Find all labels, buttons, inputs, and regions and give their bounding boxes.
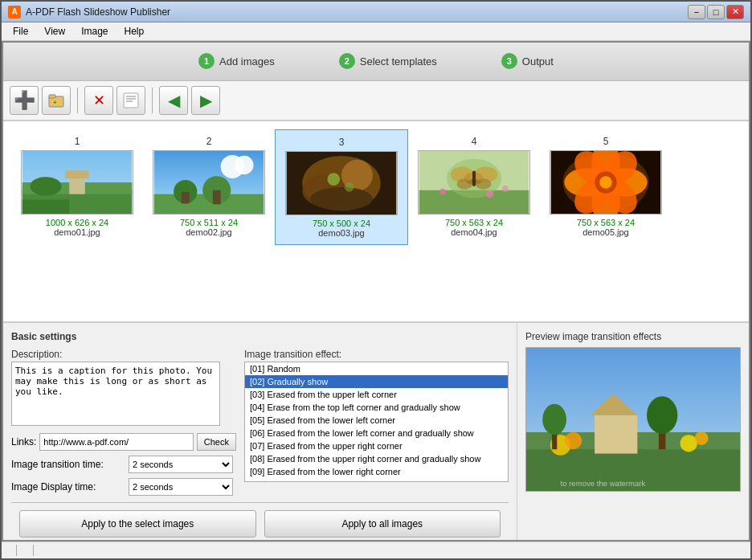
svg-point-61 — [695, 431, 709, 445]
step-2-circle: 2 — [339, 53, 355, 69]
step-2-label: Select templates — [360, 55, 437, 67]
transition-item-06[interactable]: [06] Erased from the lower left corner a… — [245, 427, 508, 439]
image-num-1: 1 — [75, 136, 80, 147]
svg-point-65 — [542, 404, 566, 435]
image-name-3: demo03.jpg — [318, 228, 365, 238]
add-image-button[interactable]: ➕ — [10, 86, 39, 115]
settings-title: Basic settings — [11, 331, 509, 342]
settings-panel: Basic settings Description: This is a ca… — [3, 323, 517, 540]
image-num-2: 2 — [206, 136, 212, 147]
preview-title: Preview image transition effects — [525, 331, 741, 342]
svg-text:to remove the watermark: to remove the watermark — [561, 479, 646, 488]
svg-rect-3 — [124, 93, 138, 108]
step-3-label: Output — [522, 55, 554, 67]
image-name-2: demo02.jpg — [186, 227, 232, 237]
links-row: Links: Check — [11, 433, 236, 451]
toolbar-sep-1 — [77, 88, 78, 113]
status-sep-2 — [33, 545, 34, 556]
preview-image: to remove the watermark — [525, 347, 741, 492]
menu-file[interactable]: File — [5, 24, 36, 39]
main-window: A A-PDF Flash Slideshow Publisher − □ ✕ … — [0, 0, 752, 560]
transition-item-07[interactable]: [07] Erased from the upper right corner — [245, 439, 508, 452]
step-1[interactable]: 1 Add images — [198, 53, 275, 69]
image-slot-3[interactable]: 3 750 x 500 x 24 demo03.jpg — [275, 129, 408, 245]
step-3[interactable]: 3 Output — [501, 53, 554, 69]
display-time-select[interactable]: 2 seconds 3 seconds 4 seconds 5 seconds — [129, 478, 233, 496]
step-1-label: Add images — [219, 55, 275, 67]
maximize-button[interactable]: □ — [707, 5, 725, 19]
close-button[interactable]: ✕ — [726, 5, 744, 19]
image-num-4: 4 — [472, 136, 477, 147]
transition-list[interactable]: [01] Random[02] Gradually show[03] Erase… — [245, 362, 508, 481]
image-name-4: demo04.jpg — [451, 227, 497, 237]
description-label: Description: — [11, 349, 236, 360]
display-time-row: Image Display time: 2 seconds 3 seconds … — [11, 478, 236, 496]
links-input[interactable] — [39, 433, 193, 451]
menu-help[interactable]: Help — [116, 24, 153, 39]
image-slot-2[interactable]: 2 750 x 511 x 24 demo02.jpg — [143, 129, 275, 243]
apply-all-button[interactable]: Apply to all images — [264, 510, 501, 538]
transition-time-select[interactable]: 2 seconds 3 seconds 4 seconds 5 seconds — [129, 456, 233, 473]
transition-time-label: Image transition time: — [11, 459, 124, 470]
image-info-2: 750 x 511 x 24 — [180, 218, 238, 227]
transition-label: Image transition effect: — [244, 349, 509, 360]
svg-rect-13 — [22, 199, 70, 214]
check-button[interactable]: Check — [197, 433, 236, 451]
svg-rect-21 — [213, 190, 221, 204]
move-left-button[interactable]: ◀ — [159, 86, 188, 115]
transition-item-09[interactable]: [09] Erased from the lower right corner — [245, 465, 508, 478]
menu-image[interactable]: Image — [73, 24, 116, 39]
transition-item-04[interactable]: [04] Erase from the top left corner and … — [245, 401, 508, 414]
remove-button[interactable]: ✕ — [84, 86, 113, 115]
image-name-1: demo01.jpg — [54, 227, 100, 237]
svg-rect-1 — [49, 95, 55, 98]
edit-button[interactable] — [116, 86, 145, 115]
move-right-button[interactable]: ▶ — [191, 86, 220, 115]
apply-selected-button[interactable]: Apply to the select images — [19, 510, 256, 538]
transition-item-01[interactable]: [01] Random — [245, 362, 508, 375]
menu-view[interactable]: View — [36, 24, 73, 39]
svg-point-38 — [486, 190, 494, 198]
svg-point-36 — [476, 178, 492, 190]
transition-item-10[interactable]: [10] Erased from the lower right corner … — [245, 478, 508, 481]
settings-grid: Description: This is a caption for this … — [11, 349, 509, 496]
transition-item-05[interactable]: [05] Erased from the lower left corner — [245, 414, 508, 427]
svg-text:+: + — [53, 99, 57, 106]
image-list: 1 1000 x 626 x 24 demo01.jpg 2 — [3, 121, 749, 324]
transition-item-08[interactable]: [08] Erased from the upper right corner … — [245, 452, 508, 465]
svg-point-40 — [439, 188, 446, 194]
svg-rect-56 — [595, 415, 637, 454]
image-slot-1[interactable]: 1 1000 x 626 x 24 demo01.jpg — [11, 129, 143, 243]
window-controls: − □ ✕ — [688, 5, 744, 19]
step-1-circle: 1 — [198, 53, 215, 69]
svg-rect-19 — [182, 191, 190, 203]
svg-point-63 — [647, 397, 677, 435]
image-thumb-1 — [21, 150, 133, 215]
transition-item-02[interactable]: [02] Gradually show — [245, 375, 508, 388]
step-2[interactable]: 2 Select templates — [339, 53, 437, 69]
left-settings: Description: This is a caption for this … — [11, 349, 236, 496]
image-info-3: 750 x 500 x 24 — [313, 219, 370, 228]
preview-panel: Preview image transition effects — [517, 323, 749, 540]
minimize-button[interactable]: − — [688, 5, 705, 19]
transition-item-03[interactable]: [03] Erased from the upper left corner — [245, 388, 508, 401]
add-folder-button[interactable]: + — [42, 86, 71, 115]
image-num-5: 5 — [603, 136, 609, 147]
content-area: 1 Add images 2 Select templates 3 Output… — [2, 41, 750, 542]
svg-point-28 — [345, 182, 354, 192]
image-slot-4[interactable]: 4 750 x 563 x 24 demo04 — [408, 129, 540, 243]
title-bar: A A-PDF Flash Slideshow Publisher − □ ✕ — [2, 2, 750, 22]
image-thumb-4 — [418, 150, 530, 215]
image-slot-5[interactable]: 5 750 x 563 x 24 demo05 — [540, 129, 672, 243]
svg-rect-37 — [472, 170, 476, 186]
right-settings: Image transition effect: [01] Random[02]… — [244, 349, 509, 496]
svg-point-35 — [457, 178, 473, 190]
image-thumb-3 — [285, 151, 398, 215]
toolbar-sep-2 — [152, 88, 153, 113]
status-sep-1 — [16, 545, 17, 556]
apply-area: Apply to the select images Apply to all … — [11, 502, 509, 538]
svg-point-52 — [599, 176, 612, 189]
description-textarea[interactable]: This is a caption for this photo. You ma… — [11, 362, 220, 426]
svg-point-27 — [327, 173, 340, 186]
svg-point-16 — [235, 155, 253, 174]
